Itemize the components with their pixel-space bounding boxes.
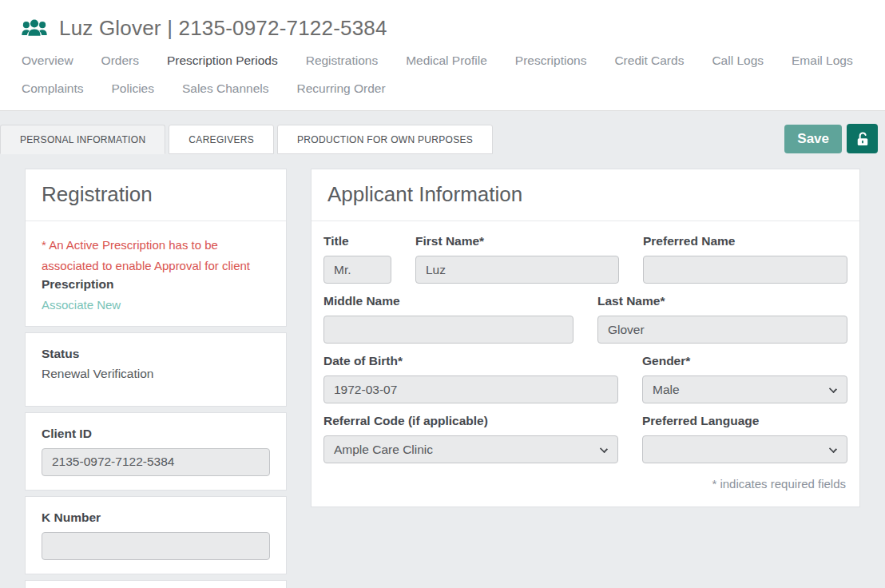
nav-item-call-logs[interactable]: Call Logs [712,54,764,68]
content-area: Registration * An Active Prescription ha… [0,154,885,588]
title-input[interactable] [323,256,391,284]
preferred-name-input[interactable] [643,256,847,284]
users-icon [20,17,49,41]
client-id-card: Client ID [25,412,287,491]
gender-label: Gender* [642,354,847,368]
prescription-label: Prescription [42,277,270,292]
page-header: Luz Glover | 2135-0972-7122-5384 Overvie… [0,0,885,111]
k-number-label: K Number [42,511,270,525]
k-number-input[interactable] [42,532,270,560]
gender-select[interactable]: Male [642,375,847,403]
main-nav: Overview Orders Prescription Periods Reg… [20,54,865,96]
registration-heading: Registration [26,169,286,220]
nav-item-email-logs[interactable]: Email Logs [792,54,853,68]
flags-card: Flags Native Status [25,580,287,588]
chevron-down-icon [600,445,608,453]
date-of-birth-input[interactable] [323,375,618,403]
nav-item-policies[interactable]: Policies [112,81,154,96]
nav-item-registrations[interactable]: Registrations [306,54,378,68]
middle-name-input[interactable] [323,316,573,344]
unlock-icon [855,131,871,147]
status-value: Renewal Verification [42,367,270,392]
referral-code-label: Referral Code (if applicable) [323,414,618,428]
client-id-label: Client ID [42,427,270,441]
first-name-input[interactable] [415,256,619,284]
preferred-language-select[interactable] [642,435,847,463]
status-card: Status Renewal Verification [25,332,287,407]
client-title-row: Luz Glover | 2135-0972-7122-5384 [20,16,865,41]
chevron-down-icon [829,445,837,453]
nav-item-medical-profile[interactable]: Medical Profile [406,54,487,68]
nav-item-credit-cards[interactable]: Credit Cards [614,54,684,68]
section-tabbar: PERSONAL INFORMATION CAREGIVERS PRODUCTI… [0,125,885,154]
registration-column: Registration * An Active Prescription ha… [25,169,287,588]
applicant-heading: Applicant Information [312,169,859,220]
applicant-information-card: Applicant Information Title First Name* … [311,169,860,507]
referral-code-select[interactable]: Ample Care Clinic [323,435,618,463]
tab-personal-information[interactable]: PERSONAL INFORMATION [0,125,165,154]
middle-name-label: Middle Name [323,294,573,308]
k-number-card: K Number [25,496,287,574]
nav-item-complaints[interactable]: Complaints [22,81,84,96]
prescription-warning: * An Active Prescription has to be assoc… [42,235,270,277]
applicant-column: Applicant Information Title First Name* … [311,169,860,513]
nav-item-prescriptions[interactable]: Prescriptions [515,54,587,68]
preferred-language-label: Preferred Language [642,414,847,428]
tab-production-for-own-purposes[interactable]: PRODUCTION FOR OWN PURPOSES [277,125,493,154]
title-label: Title [323,234,391,248]
tab-caregivers[interactable]: CAREGIVERS [169,125,274,154]
first-name-label: First Name* [415,234,619,248]
nav-item-orders[interactable]: Orders [101,54,139,68]
status-label: Status [42,347,270,361]
lock-button[interactable] [847,124,878,153]
nav-item-sales-channels[interactable]: Sales Channels [182,81,269,96]
nav-item-recurring-order[interactable]: Recurring Order [297,81,386,96]
associate-new-link[interactable]: Associate New [42,298,121,312]
last-name-label: Last Name* [597,294,847,308]
referral-code-select-value: Ample Care Clinic [334,443,433,456]
registration-card: Registration * An Active Prescription ha… [25,169,287,327]
client-id-input[interactable] [42,448,270,476]
required-fields-note: * indicates required fields [323,474,847,499]
preferred-name-label: Preferred Name [643,234,847,248]
page-title: Luz Glover | 2135-0972-7122-5384 [59,16,387,41]
last-name-input[interactable] [597,316,847,344]
nav-item-overview[interactable]: Overview [22,54,73,68]
nav-item-prescription-periods[interactable]: Prescription Periods [167,54,278,68]
date-of-birth-label: Date of Birth* [323,354,618,368]
gender-select-value: Male [653,383,680,396]
chevron-down-icon [829,385,837,393]
save-button[interactable]: Save [784,125,842,153]
applicant-form: Title First Name* Preferred Name Middle [312,221,859,507]
